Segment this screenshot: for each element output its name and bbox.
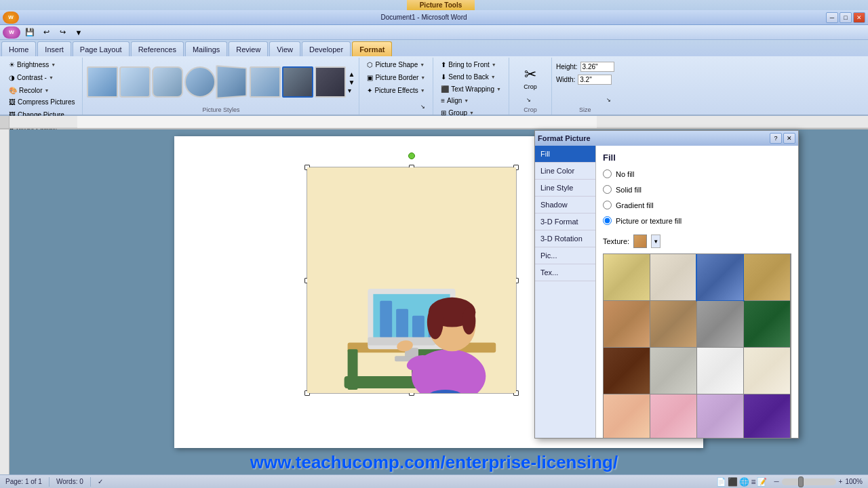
style-7[interactable]	[282, 66, 313, 98]
save-btn[interactable]: 💾	[23, 26, 37, 39]
recolor-btn[interactable]: 🎨 Recolor ▼	[5, 85, 52, 96]
style-8[interactable]	[315, 66, 346, 98]
proof-check[interactable]: ✓	[98, 478, 103, 485]
styles-scroll-up[interactable]: ▲	[348, 70, 355, 78]
picture-texture-fill-option[interactable]: Picture or texture fill	[603, 216, 791, 225]
texture-white-marble[interactable]	[791, 301, 791, 347]
no-fill-option[interactable]: No fill	[603, 169, 791, 178]
tab-developer[interactable]: Developer	[302, 41, 351, 56]
tab-insert[interactable]: Insert	[37, 41, 71, 56]
minimize-btn[interactable]: ─	[826, 12, 838, 23]
view-fullscreen-btn[interactable]: ⬛	[728, 477, 738, 487]
styles-more[interactable]: ▾	[348, 87, 355, 94]
solid-fill-option[interactable]: Solid fill	[603, 185, 791, 194]
picture-frame[interactable]	[307, 167, 517, 394]
texture-linen[interactable]	[650, 254, 696, 300]
picture-effects-btn[interactable]: ✦ Picture Effects ▼	[363, 85, 428, 96]
nav-line-style[interactable]: Line Style	[535, 180, 595, 197]
nav-3d-rotation[interactable]: 3-D Rotation	[535, 230, 595, 247]
texture-sand[interactable]	[604, 254, 650, 300]
nav-3d-format[interactable]: 3-D Format	[535, 214, 595, 230]
texture-newsprint[interactable]	[650, 348, 696, 394]
texture-burlap[interactable]	[744, 254, 790, 300]
texture-wood[interactable]	[650, 301, 696, 347]
picture-effects-icon: ✦	[367, 87, 372, 94]
zoom-slider[interactable]	[782, 479, 836, 485]
picture-styles-dialog-launcher[interactable]: ↘	[420, 104, 429, 112]
view-draft-btn[interactable]: 📝	[757, 477, 767, 487]
crop-btn[interactable]: ✂ Crop	[513, 64, 547, 92]
picture-texture-fill-radio[interactable]	[603, 216, 612, 225]
tab-page-layout[interactable]: Page Layout	[73, 41, 130, 56]
office-orb[interactable]: W	[3, 26, 20, 39]
nav-pic[interactable]: Pic...	[535, 247, 595, 264]
dialog-help-btn[interactable]: ?	[770, 133, 782, 144]
texture-dark-wood[interactable]	[604, 348, 650, 394]
no-fill-radio[interactable]	[603, 169, 612, 178]
texture-dropdown[interactable]: ▼	[651, 235, 660, 248]
texture-blue-weave[interactable]	[697, 254, 743, 300]
send-to-back-btn[interactable]: ⬇ Send to Back ▼	[437, 71, 498, 83]
texture-cream[interactable]	[744, 348, 790, 394]
style-4[interactable]	[184, 66, 216, 98]
gradient-fill-option[interactable]: Gradient fill	[603, 201, 791, 209]
view-outline-btn[interactable]: ≡	[751, 477, 755, 487]
customize-qat-btn[interactable]: ▼	[72, 26, 85, 39]
crop-dialog-launcher[interactable]: ↘	[526, 97, 534, 105]
tab-mailings[interactable]: Mailings	[185, 41, 227, 56]
tab-view[interactable]: View	[269, 41, 300, 56]
nav-tex[interactable]: Tex...	[535, 264, 595, 281]
compress-icon: 🖼	[9, 98, 16, 106]
style-2[interactable]	[119, 66, 151, 98]
compress-btn[interactable]: 🖼 Compress Pictures	[5, 96, 78, 108]
height-input[interactable]	[580, 62, 614, 72]
texture-light-purple[interactable]	[697, 394, 743, 438]
texture-pink[interactable]	[650, 394, 696, 438]
solid-fill-radio[interactable]	[603, 185, 612, 194]
texture-light-yellow[interactable]	[791, 348, 791, 394]
view-print-btn[interactable]: 📄	[716, 477, 726, 487]
zoom-out-btn[interactable]: ─	[774, 478, 778, 485]
style-5[interactable]	[216, 65, 248, 99]
style-1[interactable]	[87, 66, 118, 98]
align-btn[interactable]: ≡ Align ▼	[437, 95, 472, 106]
gradient-fill-radio[interactable]	[603, 201, 612, 209]
contrast-btn[interactable]: ◑ Contrast - ▼	[5, 72, 57, 83]
texture-preview[interactable]	[633, 235, 647, 248]
texture-peach[interactable]	[604, 394, 650, 438]
text-wrapping-icon: ⬛	[441, 85, 449, 93]
dialog-close-btn[interactable]: ✕	[783, 133, 795, 144]
undo-btn[interactable]: ↩	[39, 26, 53, 39]
width-input[interactable]	[578, 75, 612, 85]
tab-format[interactable]: Format	[352, 41, 392, 56]
redo-btn[interactable]: ↪	[56, 26, 69, 39]
tab-review[interactable]: Review	[229, 41, 268, 56]
picture-shape-btn[interactable]: ⬡ Picture Shape ▼	[363, 59, 428, 70]
tab-references[interactable]: References	[131, 41, 184, 56]
texture-water[interactable]	[791, 254, 791, 300]
texture-purple[interactable]	[744, 394, 790, 438]
texture-brown-paper[interactable]	[604, 301, 650, 347]
office-logo[interactable]: W	[3, 12, 19, 24]
texture-white-tissue[interactable]	[697, 348, 743, 394]
zoom-in-btn[interactable]: +	[839, 478, 843, 485]
brightness-btn[interactable]: ☀ Brightness ▼	[5, 59, 59, 70]
styles-scroll-down[interactable]: ▼	[348, 79, 355, 86]
size-dialog-launcher[interactable]: ↘	[606, 97, 614, 105]
text-wrapping-btn[interactable]: ⬛ Text Wrapping ▼	[437, 83, 505, 95]
nav-fill[interactable]: Fill	[535, 146, 595, 163]
style-6[interactable]	[250, 66, 281, 98]
texture-green-marble[interactable]	[744, 301, 790, 347]
texture-granite[interactable]	[697, 301, 743, 347]
texture-light-blue[interactable]	[791, 394, 791, 438]
close-btn[interactable]: ✕	[853, 12, 865, 23]
nav-shadow[interactable]: Shadow	[535, 197, 595, 214]
tab-home[interactable]: Home	[1, 41, 36, 56]
style-3[interactable]	[152, 66, 183, 98]
picture-border-btn[interactable]: ▣ Picture Border ▼	[363, 72, 429, 83]
view-web-btn[interactable]: 🌐	[739, 477, 749, 487]
nav-line-color[interactable]: Line Color	[535, 163, 595, 180]
bring-to-front-btn[interactable]: ⬆ Bring to Front ▼	[437, 59, 500, 70]
maximize-btn[interactable]: □	[840, 12, 852, 23]
rotation-handle[interactable]	[408, 152, 415, 159]
